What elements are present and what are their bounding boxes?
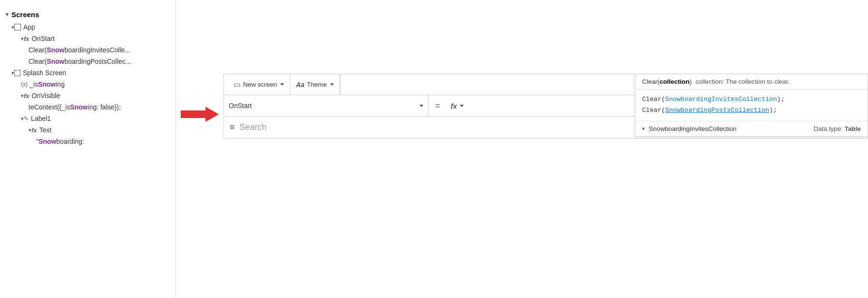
equals-sign: = <box>429 101 447 111</box>
splash-label: Splash Screen <box>23 69 66 77</box>
autocomplete-item[interactable]: ▾ SnowboardingInvitesCollection Data typ… <box>635 121 868 136</box>
ac-item-type: Data type: Table <box>813 125 861 132</box>
formula-selector[interactable]: OnStart <box>224 95 429 116</box>
hamburger-icon[interactable]: ≡ <box>230 122 235 132</box>
autocomplete-code: Clear(SnowboardingInvitesCollection); Cl… <box>635 89 868 121</box>
new-screen-button[interactable]: ▭ New screen <box>228 74 290 95</box>
tree-tecontext[interactable]: teContext({_isSnowing: false}); <box>0 101 176 113</box>
svg-marker-0 <box>181 107 219 122</box>
label1-icon: ✎ <box>24 115 29 122</box>
tree-splash[interactable]: ▾ Splash Screen <box>0 67 176 79</box>
ac-func-name: Clear(collection) <box>642 78 692 85</box>
theme-chevron-icon <box>330 83 334 86</box>
onstart-label: OnStart <box>32 35 55 42</box>
new-screen-label: New screen <box>243 81 277 88</box>
formula-selector-chevron-icon <box>419 105 423 107</box>
tree-clear2[interactable]: Clear(SnowboardingPostsCollec... <box>0 56 176 67</box>
left-panel: ▾ Screens ▾ App ▾ fx OnStart Clear(Snowb… <box>0 0 176 298</box>
app-label: App <box>23 23 35 31</box>
theme-icon: Aa <box>296 81 304 89</box>
tree-label1[interactable]: ▾ ✎ Label1 <box>0 113 176 124</box>
text-label: Text <box>39 126 52 134</box>
tree-onvisible[interactable]: ▾ fx OnVisible <box>0 90 176 101</box>
ac-item-chevron-icon: ▾ <box>642 126 645 132</box>
screens-label: Screens <box>11 10 39 19</box>
formula-selector-value: OnStart <box>229 102 252 109</box>
clear2-text: Clear(SnowboardingPostsCollec... <box>29 58 131 65</box>
issnowing-label: _isSnowing <box>29 80 65 88</box>
arrow-container <box>176 0 224 124</box>
fx-chevron-icon <box>460 105 464 107</box>
ac-code-line2: Clear(SnowboardingPostsCollection); <box>642 105 861 116</box>
ac-code-line1: Clear(SnowboardingInvitesCollection); <box>642 94 861 105</box>
onstart-fx-icon: fx <box>24 35 29 42</box>
onvisible-label: OnVisible <box>32 92 60 99</box>
ac-desc-text: collection: The collection to clear. <box>695 78 790 85</box>
autocomplete-header: Clear(collection) collection: The collec… <box>635 74 868 89</box>
screens-header[interactable]: ▾ Screens <box>0 9 176 21</box>
app-icon <box>14 24 21 30</box>
ac-func-text: Clear(collection) <box>642 78 692 85</box>
theme-label: Theme <box>307 81 327 88</box>
tree-app[interactable]: ▾ App <box>0 21 176 33</box>
tree-text[interactable]: ▾ fx Text <box>0 124 176 136</box>
onvisible-fx-icon: fx <box>24 92 29 99</box>
tecontext-text: teContext({_isSnowing: false}); <box>29 103 121 111</box>
label1-label: Label1 <box>31 115 51 122</box>
tree-issnowing[interactable]: (x) _isSnowing <box>0 79 176 90</box>
clear1-text: Clear(SnowboardingInvitesColle... <box>29 46 130 54</box>
new-screen-chevron-icon <box>280 83 284 86</box>
theme-button[interactable]: Aa Theme <box>290 74 340 95</box>
autocomplete-panel: Clear(collection) collection: The collec… <box>635 74 868 137</box>
snowboarding-text: "Snowboarding: <box>36 138 84 145</box>
fx-bar: fx <box>447 102 468 110</box>
fx-text-icon: fx <box>451 102 457 110</box>
new-screen-icon: ▭ <box>234 80 241 89</box>
ac-item-name: SnowboardingInvitesCollection <box>649 125 809 132</box>
main-area: ▭ New screen Aa Theme OnStart = fx <box>176 0 868 298</box>
red-arrow-icon <box>181 105 219 124</box>
tree-clear1[interactable]: Clear(SnowboardingInvitesColle... <box>0 44 176 56</box>
splash-screen-icon <box>14 70 20 76</box>
tree-onstart[interactable]: ▾ fx OnStart <box>0 33 176 44</box>
screens-chevron-icon: ▾ <box>6 11 9 18</box>
tree-snowboarding-text[interactable]: "Snowboarding: <box>0 136 176 147</box>
text-fx-icon: fx <box>31 127 37 134</box>
